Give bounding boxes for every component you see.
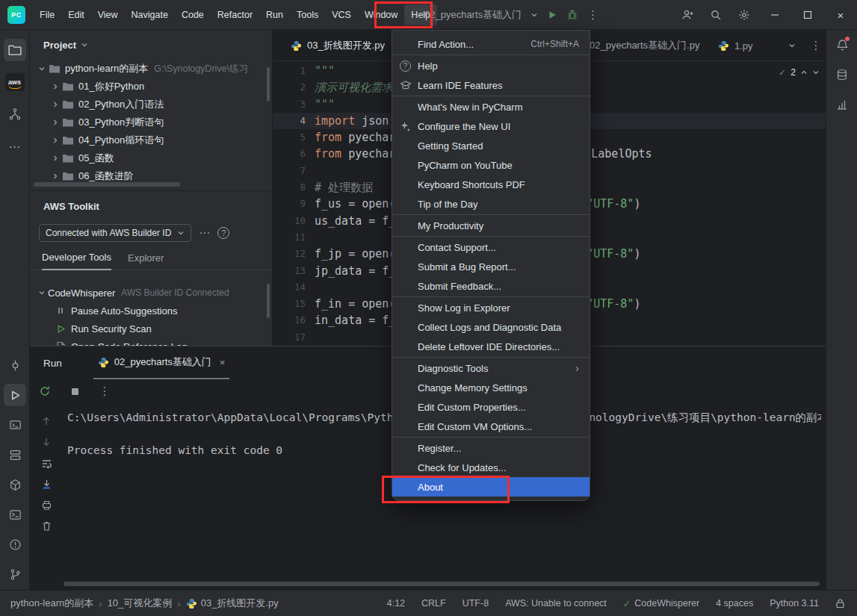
project-panel-title[interactable]: Project: [43, 40, 76, 51]
aws-toolkit-tool-button[interactable]: aws: [1, 68, 29, 96]
hidden-tabs-dropdown[interactable]: [781, 30, 803, 61]
help-menu-item-submit-feedback[interactable]: Submit Feedback...: [392, 276, 590, 296]
help-menu-item-getting-started[interactable]: Getting Started: [392, 136, 590, 155]
tab-03-line-chart[interactable]: 03_折线图开发.py: [283, 30, 392, 61]
project-folder-row[interactable]: 01_你好Python: [30, 78, 272, 96]
run-button[interactable]: [547, 10, 557, 20]
database-tool-button[interactable]: [826, 60, 857, 90]
run-tool-button[interactable]: [1, 381, 29, 409]
chevron-right-icon[interactable]: [49, 101, 61, 108]
down-stack-trace-button[interactable]: [37, 433, 55, 451]
menubar-item-navigate[interactable]: Navigate: [125, 4, 175, 25]
help-menu-item-tip-of-the-day[interactable]: Tip of the Day: [392, 194, 590, 214]
maximize-button[interactable]: [791, 0, 824, 30]
open-code-reference-log-item[interactable]: Open Code Reference Log: [30, 337, 272, 346]
more-tool-windows-button[interactable]: ⋯: [1, 132, 29, 161]
up-stack-trace-button[interactable]: [37, 412, 55, 430]
help-menu-item-configure-the-new-ui[interactable]: Configure the New UI: [392, 116, 590, 136]
project-horizontal-scrollbar[interactable]: [34, 182, 180, 187]
project-vertical-scrollbar[interactable]: [267, 67, 270, 102]
chevron-down-icon[interactable]: [36, 289, 48, 296]
menubar-item-code[interactable]: Code: [175, 4, 211, 25]
git-tool-button[interactable]: [1, 560, 29, 588]
chevron-down-icon[interactable]: [81, 41, 88, 49]
help-menu-item-show-log-in-explorer[interactable]: Show Log in Explorer: [392, 298, 590, 317]
rerun-button[interactable]: [36, 382, 54, 400]
help-menu-item-pycharm-on-youtube[interactable]: PyCharm on YouTube: [392, 155, 590, 175]
status-item-aws-unable-to-connect[interactable]: AWS: Unable to connect: [505, 598, 607, 609]
more-actions-button[interactable]: ⋮: [587, 8, 598, 22]
aws-vertical-scrollbar[interactable]: [267, 284, 270, 318]
project-folder-row[interactable]: 03_Python判断语句: [30, 113, 272, 131]
run-security-scan-item[interactable]: Run Security Scan: [30, 320, 272, 337]
services-tool-button[interactable]: [1, 441, 29, 469]
chevron-right-icon[interactable]: [49, 172, 61, 180]
help-menu-item-what-s-new-in-pycharm[interactable]: What's New in PyCharm: [392, 97, 590, 116]
menubar-item-view[interactable]: View: [91, 4, 125, 25]
run-more-options-button[interactable]: ⋮: [96, 382, 114, 400]
help-menu-item-contact-support[interactable]: Contact Support...: [392, 237, 590, 257]
project-tool-button[interactable]: [1, 36, 29, 64]
menubar-item-tools[interactable]: Tools: [290, 4, 325, 25]
help-menu-item-my-productivity[interactable]: My Productivity: [392, 216, 590, 235]
pause-auto-suggestions-item[interactable]: Pause Auto-Suggestions: [30, 302, 272, 320]
help-menu-item-change-memory-settings[interactable]: Change Memory Settings: [392, 378, 590, 397]
chevron-down-icon[interactable]: [530, 11, 538, 19]
chevron-right-icon[interactable]: [49, 137, 61, 144]
help-menu-item-delete-leftover-ide-directories[interactable]: Delete Leftover IDE Directories...: [392, 337, 590, 356]
help-menu-item-check-for-updates[interactable]: Check for Updates...: [392, 458, 590, 477]
python-console-tool-button[interactable]: [1, 411, 29, 439]
help-menu-item-edit-custom-properties[interactable]: Edit Custom Properties...: [392, 397, 590, 417]
minimize-button[interactable]: [758, 0, 791, 30]
code-with-me-button[interactable]: [673, 0, 702, 30]
status-item-codewhisperer[interactable]: ✓CodeWhisperer: [623, 598, 699, 609]
chevron-right-icon[interactable]: [49, 83, 61, 90]
menubar-item-edit[interactable]: Edit: [61, 4, 91, 25]
aws-more-options-button[interactable]: ⋯: [199, 226, 210, 240]
menubar-item-file[interactable]: File: [33, 4, 61, 25]
help-menu-item-find-action[interactable]: Find Action...Ctrl+Shift+A: [392, 34, 590, 54]
menubar-item-run[interactable]: Run: [259, 4, 290, 25]
close-tab-icon[interactable]: ×: [220, 357, 226, 368]
terminal-tool-button[interactable]: [1, 500, 29, 529]
breadcrumb-item[interactable]: 10_可视化案例: [108, 597, 173, 610]
project-folder-row[interactable]: 04_Python循环语句: [30, 131, 272, 149]
codewhisperer-node[interactable]: CodeWhisperer AWS Builder ID Connected: [30, 284, 272, 302]
scroll-to-end-button[interactable]: [37, 475, 55, 493]
menubar-item-refactor[interactable]: Refactor: [211, 4, 259, 25]
run-tab[interactable]: 02_pyecharts基础入门 ×: [93, 346, 230, 379]
run-configuration-selector[interactable]: 02_pyecharts基础入门: [424, 8, 522, 22]
settings-gear-icon[interactable]: [730, 0, 758, 30]
project-folder-row[interactable]: 02_Python入门语法: [30, 96, 272, 113]
soft-wrap-button[interactable]: [37, 454, 55, 472]
help-menu-item-keyboard-shortcuts-pdf[interactable]: Keyboard Shortcuts PDF: [392, 175, 590, 194]
bar-chart-tool-button[interactable]: [826, 90, 857, 119]
project-root-row[interactable]: python-learn的副本 G:\SynologyDrive\练习: [30, 60, 272, 78]
help-menu-item-help[interactable]: ?Help: [392, 56, 590, 75]
console-horizontal-scrollbar[interactable]: [64, 582, 820, 586]
menubar-item-window[interactable]: Window: [358, 4, 404, 25]
aws-connection-dropdown[interactable]: Connected with AWS Builder ID: [39, 224, 191, 242]
help-menu-item-about[interactable]: About: [392, 477, 590, 497]
aws-help-button[interactable]: ?: [217, 227, 229, 239]
print-button[interactable]: [37, 496, 55, 514]
status-item-4-spaces[interactable]: 4 spaces: [716, 598, 753, 609]
status-item-utf-8[interactable]: UTF-8: [462, 598, 489, 609]
editor-options-button[interactable]: ⋮: [805, 30, 826, 61]
close-button[interactable]: ×: [824, 0, 857, 30]
status-item-python-3.11[interactable]: Python 3.11: [770, 598, 819, 609]
help-menu-item-register[interactable]: Register...: [392, 438, 590, 458]
tab-explorer[interactable]: Explorer: [128, 252, 164, 270]
breadcrumb-item[interactable]: 03_折线图开发.py: [186, 597, 279, 610]
help-menu-item-learn-ide-features[interactable]: Learn IDE Features: [392, 75, 590, 95]
lock-icon[interactable]: [835, 598, 845, 609]
help-menu-item-edit-custom-vm-options[interactable]: Edit Custom VM Options...: [392, 417, 590, 436]
help-menu-item-collect-logs-and-diagnostic-data[interactable]: Collect Logs and Diagnostic Data: [392, 317, 590, 337]
chevron-right-icon[interactable]: [49, 119, 61, 126]
breadcrumb-item[interactable]: python-learn的副本: [10, 597, 93, 610]
clear-console-button[interactable]: [37, 517, 55, 535]
status-item-crlf[interactable]: CRLF: [421, 598, 446, 609]
notifications-bell-icon[interactable]: [826, 30, 857, 60]
debug-button[interactable]: [566, 9, 578, 21]
structure-tool-button[interactable]: [1, 100, 29, 128]
